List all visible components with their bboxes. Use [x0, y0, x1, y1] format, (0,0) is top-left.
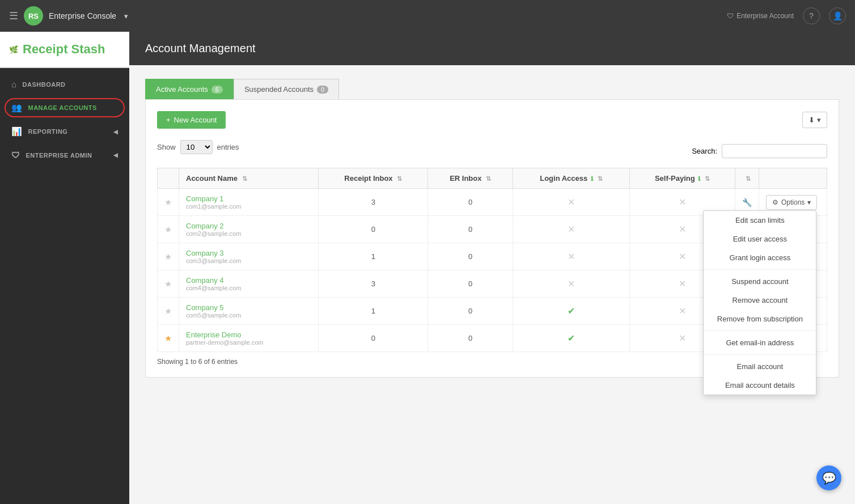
active-accounts-label: Active Accounts	[156, 85, 208, 94]
company-name[interactable]: Company 2	[186, 222, 311, 230]
col-receipt-inbox[interactable]: Receipt Inbox ⇅	[319, 168, 428, 189]
entries-select[interactable]: 102550100	[180, 140, 213, 154]
menu-icon[interactable]: ☰	[9, 10, 18, 22]
x-icon: ✕	[679, 197, 686, 207]
col-star	[158, 168, 179, 189]
search-input[interactable]	[722, 144, 827, 158]
company-name[interactable]: Company 1	[186, 194, 311, 203]
receipt-inbox-cell: 1	[319, 243, 428, 270]
tab-active-accounts[interactable]: Active Accounts 6	[145, 79, 234, 99]
sidebar-item-manage-accounts[interactable]: 👥 Manage Accounts	[0, 96, 129, 120]
star-icon[interactable]: ★	[164, 333, 172, 343]
table-controls: Show 102550100 entries Search:	[157, 140, 827, 162]
manage-accounts-icon: 👥	[11, 103, 23, 113]
sidebar-item-label: Dashboard	[23, 81, 66, 88]
dropdown-item-get-email-in-address[interactable]: Get email-in address	[704, 333, 816, 352]
dropdown-item-grant-login-access[interactable]: Grant login access	[704, 248, 816, 267]
star-cell: ★	[158, 325, 179, 352]
er-inbox-sort-icon[interactable]: ⇅	[486, 175, 491, 182]
export-caret: ▾	[817, 116, 821, 124]
suspended-accounts-badge: 0	[317, 86, 328, 94]
layout: 🌿 Receipt Stash ⌂ Dashboard 👥 Manage Acc…	[0, 32, 855, 504]
account-name-cell: Company 4com4@sample.com	[179, 270, 319, 298]
sidebar-nav: ⌂ Dashboard 👥 Manage Accounts 📊 Reportin…	[0, 68, 129, 504]
company-email: com4@sample.com	[186, 285, 311, 291]
login-access-info-icon: ℹ	[591, 175, 593, 182]
tab-suspended-accounts[interactable]: Suspended Accounts 0	[234, 79, 339, 99]
suspended-accounts-label: Suspended Accounts	[244, 85, 314, 94]
x-icon: ✕	[568, 252, 575, 261]
page-title: Account Management	[145, 42, 256, 54]
sidebar-item-dashboard[interactable]: ⌂ Dashboard	[0, 73, 129, 96]
topbar-left: ☰ RS Enterprise Console ▾	[9, 6, 128, 26]
x-icon: ✕	[679, 225, 686, 234]
entries-label: entries	[217, 143, 239, 151]
login-access-cell: ✕	[513, 216, 629, 243]
account-tabs: Active Accounts 6 Suspended Accounts 0	[145, 79, 839, 99]
dropdown-item-email-account[interactable]: Email account	[704, 357, 816, 376]
col-login-access[interactable]: Login Access ℹ ⇅	[513, 168, 629, 189]
star-icon[interactable]: ★	[164, 225, 172, 234]
sidebar-logo: 🌿 Receipt Stash	[0, 32, 129, 68]
col-options	[759, 168, 827, 189]
company-email: com1@sample.com	[186, 203, 311, 210]
dropdown-item-remove-account[interactable]: Remove account	[704, 291, 816, 310]
dropdown-item-remove-from-subscription[interactable]: Remove from subscription	[704, 310, 816, 328]
star-cell: ★	[158, 298, 179, 325]
export-icon: ⬇	[809, 116, 815, 124]
er-inbox-cell: 0	[428, 298, 513, 325]
star-icon[interactable]: ★	[164, 252, 172, 261]
topbar-title: Enterprise Console	[49, 11, 116, 20]
er-inbox-cell: 0	[428, 270, 513, 298]
dropdown-item-email-account-details[interactable]: Email account details	[704, 376, 816, 395]
x-icon: ✕	[679, 333, 686, 343]
account-name-sort-icon[interactable]: ⇅	[242, 175, 247, 182]
self-paying-sort-icon[interactable]: ⇅	[705, 175, 710, 182]
receipt-inbox-cell: 0	[319, 325, 428, 352]
check-icon: ✔	[568, 306, 575, 316]
dropdown-item-edit-scan-limits[interactable]: Edit scan limits	[704, 211, 816, 230]
company-name[interactable]: Company 5	[186, 303, 311, 312]
sidebar-item-reporting[interactable]: 📊 Reporting ◀	[0, 120, 129, 143]
account-name-cell: Enterprise Demopartner-demo@sample.com	[179, 325, 319, 352]
account-name-cell: Company 1com1@sample.com	[179, 189, 319, 216]
topbar-caret[interactable]: ▾	[124, 12, 128, 20]
dropdown-divider	[704, 354, 816, 355]
star-icon[interactable]: ★	[164, 197, 172, 207]
sidebar-item-enterprise-admin[interactable]: 🛡 Enterprise Admin ◀	[0, 143, 129, 167]
search-label: Search:	[692, 147, 717, 155]
company-name[interactable]: Company 3	[186, 249, 311, 257]
check-icon: ✔	[568, 333, 575, 343]
x-icon: ✕	[679, 279, 686, 289]
company-email: partner-demo@sample.com	[186, 339, 311, 346]
user-button[interactable]: 👤	[829, 7, 846, 24]
account-name-cell: Company 3com3@sample.com	[179, 243, 319, 270]
company-name[interactable]: Enterprise Demo	[186, 331, 311, 339]
col-er-inbox[interactable]: ER Inbox ⇅	[428, 168, 513, 189]
export-button[interactable]: ⬇ ▾	[802, 112, 827, 128]
col-account-name[interactable]: Account Name ⇅	[179, 168, 319, 189]
enterprise-admin-icon: 🛡	[11, 150, 20, 160]
star-icon[interactable]: ★	[164, 279, 172, 289]
x-icon: ✕	[679, 252, 686, 261]
enterprise-admin-arrow: ◀	[113, 152, 118, 158]
brand-icon: RS	[24, 6, 43, 26]
chat-bubble[interactable]: 💬	[816, 465, 841, 490]
company-email: com5@sample.com	[186, 312, 311, 319]
options-button[interactable]: ⚙ Options ▾Edit scan limitsEdit user acc…	[766, 195, 817, 210]
login-access-sort-icon[interactable]: ⇅	[598, 175, 603, 182]
show-label: Show	[157, 143, 176, 151]
new-account-button[interactable]: + New Account	[157, 111, 226, 129]
company-name[interactable]: Company 4	[186, 276, 311, 285]
dropdown-divider	[704, 331, 816, 331]
col-self-paying[interactable]: Self-Paying ℹ ⇅	[629, 168, 735, 189]
dropdown-item-edit-user-access[interactable]: Edit user access	[704, 230, 816, 248]
wrench-icon[interactable]: 🔧	[742, 198, 752, 207]
dropdown-item-suspend-account[interactable]: Suspend account	[704, 272, 816, 291]
account-name-cell: Company 2com2@sample.com	[179, 216, 319, 243]
help-button[interactable]: ?	[803, 7, 820, 24]
receipt-inbox-sort-icon[interactable]: ⇅	[397, 175, 402, 182]
er-inbox-cell: 0	[428, 243, 513, 270]
star-icon[interactable]: ★	[164, 306, 172, 316]
search-container: Search:	[692, 144, 827, 158]
